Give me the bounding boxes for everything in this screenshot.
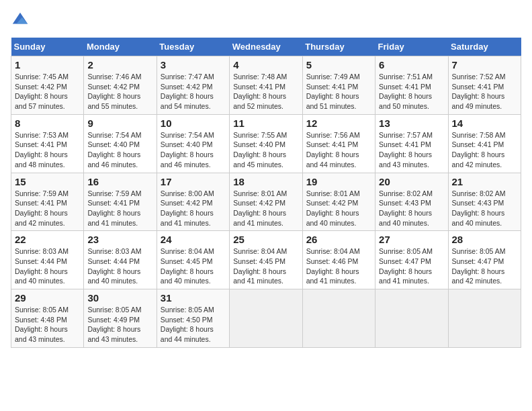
day-info: Sunrise: 8:05 AMSunset: 4:50 PMDaylight:… [161,305,226,345]
day-info: Sunrise: 7:59 AMSunset: 4:41 PMDaylight:… [15,189,80,228]
calendar-cell: 13Sunrise: 7:57 AMSunset: 4:41 PMDayligh… [375,114,448,173]
day-number: 1 [15,59,80,71]
calendar-cell [375,289,448,348]
day-info: Sunrise: 7:55 AMSunset: 4:40 PMDaylight:… [233,130,298,170]
day-info: Sunrise: 8:01 AMSunset: 4:42 PMDaylight:… [233,189,298,228]
calendar-cell: 2Sunrise: 7:46 AMSunset: 4:42 PMDaylight… [84,56,157,115]
day-info: Sunrise: 7:57 AMSunset: 4:41 PMDaylight:… [379,130,444,170]
calendar-cell: 18Sunrise: 8:01 AMSunset: 4:42 PMDayligh… [230,173,302,231]
calendar-week-row: 1Sunrise: 7:45 AMSunset: 4:42 PMDaylight… [11,56,521,115]
day-number: 23 [87,234,152,245]
calendar-week-row: 29Sunrise: 8:05 AMSunset: 4:48 PMDayligh… [11,289,521,348]
calendar-cell [230,289,302,348]
calendar-cell: 16Sunrise: 7:59 AMSunset: 4:41 PMDayligh… [84,173,157,231]
day-number: 21 [452,176,517,187]
day-number: 29 [15,292,80,304]
calendar-cell: 24Sunrise: 8:04 AMSunset: 4:45 PMDayligh… [157,231,229,289]
day-number: 27 [379,234,444,245]
calendar-week-row: 22Sunrise: 8:03 AMSunset: 4:44 PMDayligh… [11,231,521,289]
day-number: 12 [306,118,371,129]
calendar-cell: 19Sunrise: 8:01 AMSunset: 4:42 PMDayligh… [302,173,375,231]
day-number: 26 [306,234,371,245]
day-number: 9 [87,118,152,129]
day-number: 4 [233,59,298,71]
day-info: Sunrise: 8:03 AMSunset: 4:44 PMDaylight:… [15,246,80,286]
calendar-cell: 23Sunrise: 8:03 AMSunset: 4:44 PMDayligh… [84,231,157,289]
calendar-cell: 4Sunrise: 7:48 AMSunset: 4:41 PMDaylight… [230,56,302,115]
day-number: 3 [161,59,226,71]
calendar-table: SundayMondayTuesdayWednesdayThursdayFrid… [11,38,521,348]
calendar-cell: 28Sunrise: 8:05 AMSunset: 4:47 PMDayligh… [448,231,521,289]
day-info: Sunrise: 8:05 AMSunset: 4:47 PMDaylight:… [452,246,517,286]
calendar-cell: 17Sunrise: 8:00 AMSunset: 4:42 PMDayligh… [157,173,229,231]
day-number: 24 [161,234,226,245]
calendar-cell: 6Sunrise: 7:51 AMSunset: 4:41 PMDaylight… [375,56,448,115]
day-info: Sunrise: 8:05 AMSunset: 4:48 PMDaylight:… [15,305,80,345]
weekday-header-monday: Monday [84,38,157,56]
calendar-week-row: 15Sunrise: 7:59 AMSunset: 4:41 PMDayligh… [11,173,521,231]
calendar-cell: 26Sunrise: 8:04 AMSunset: 4:46 PMDayligh… [302,231,375,289]
day-info: Sunrise: 7:48 AMSunset: 4:41 PMDaylight:… [233,72,298,111]
calendar-cell: 10Sunrise: 7:54 AMSunset: 4:40 PMDayligh… [157,114,229,173]
day-info: Sunrise: 7:54 AMSunset: 4:40 PMDaylight:… [87,130,152,170]
calendar-cell: 9Sunrise: 7:54 AMSunset: 4:40 PMDaylight… [84,114,157,173]
weekday-header-saturday: Saturday [448,38,521,56]
day-info: Sunrise: 7:49 AMSunset: 4:41 PMDaylight:… [306,72,371,111]
day-info: Sunrise: 8:00 AMSunset: 4:42 PMDaylight:… [161,189,226,228]
day-info: Sunrise: 7:47 AMSunset: 4:42 PMDaylight:… [161,72,226,111]
day-info: Sunrise: 7:52 AMSunset: 4:41 PMDaylight:… [452,72,517,111]
day-number: 15 [15,176,80,187]
day-number: 6 [379,59,444,71]
weekday-header-tuesday: Tuesday [157,38,229,56]
calendar-cell [448,289,521,348]
weekday-header-row: SundayMondayTuesdayWednesdayThursdayFrid… [11,38,521,56]
calendar-cell: 29Sunrise: 8:05 AMSunset: 4:48 PMDayligh… [11,289,84,348]
day-number: 8 [15,118,80,129]
logo-icon [11,11,30,30]
day-number: 14 [452,118,517,129]
calendar-cell: 8Sunrise: 7:53 AMSunset: 4:41 PMDaylight… [11,114,84,173]
day-number: 25 [233,234,298,245]
day-info: Sunrise: 7:58 AMSunset: 4:41 PMDaylight:… [452,130,517,170]
calendar-cell: 20Sunrise: 8:02 AMSunset: 4:43 PMDayligh… [375,173,448,231]
day-info: Sunrise: 7:46 AMSunset: 4:42 PMDaylight:… [87,72,152,111]
day-number: 19 [306,176,371,187]
calendar-cell: 22Sunrise: 8:03 AMSunset: 4:44 PMDayligh… [11,231,84,289]
day-info: Sunrise: 7:59 AMSunset: 4:41 PMDaylight:… [87,189,152,228]
day-number: 31 [161,292,226,304]
weekday-header-sunday: Sunday [11,38,84,56]
calendar-cell: 7Sunrise: 7:52 AMSunset: 4:41 PMDaylight… [448,56,521,115]
day-number: 20 [379,176,444,187]
day-info: Sunrise: 7:54 AMSunset: 4:40 PMDaylight:… [161,130,226,170]
calendar-cell: 27Sunrise: 8:05 AMSunset: 4:47 PMDayligh… [375,231,448,289]
day-info: Sunrise: 7:51 AMSunset: 4:41 PMDaylight:… [379,72,444,111]
day-number: 7 [452,59,517,71]
calendar-cell [302,289,375,348]
page-header [11,11,521,30]
calendar-cell: 14Sunrise: 7:58 AMSunset: 4:41 PMDayligh… [448,114,521,173]
calendar-cell: 15Sunrise: 7:59 AMSunset: 4:41 PMDayligh… [11,173,84,231]
logo [11,11,32,30]
day-number: 16 [87,176,152,187]
day-info: Sunrise: 8:02 AMSunset: 4:43 PMDaylight:… [379,189,444,228]
calendar-cell: 5Sunrise: 7:49 AMSunset: 4:41 PMDaylight… [302,56,375,115]
day-number: 28 [452,234,517,245]
calendar-cell: 3Sunrise: 7:47 AMSunset: 4:42 PMDaylight… [157,56,229,115]
day-info: Sunrise: 8:05 AMSunset: 4:49 PMDaylight:… [87,305,152,345]
day-info: Sunrise: 7:56 AMSunset: 4:41 PMDaylight:… [306,130,371,170]
calendar-week-row: 8Sunrise: 7:53 AMSunset: 4:41 PMDaylight… [11,114,521,173]
day-info: Sunrise: 8:01 AMSunset: 4:42 PMDaylight:… [306,189,371,228]
calendar-cell: 1Sunrise: 7:45 AMSunset: 4:42 PMDaylight… [11,56,84,115]
day-number: 2 [87,59,152,71]
calendar-cell: 25Sunrise: 8:04 AMSunset: 4:45 PMDayligh… [230,231,302,289]
weekday-header-wednesday: Wednesday [230,38,302,56]
day-info: Sunrise: 8:04 AMSunset: 4:46 PMDaylight:… [306,246,371,286]
day-number: 17 [161,176,226,187]
calendar-cell: 31Sunrise: 8:05 AMSunset: 4:50 PMDayligh… [157,289,229,348]
day-info: Sunrise: 8:05 AMSunset: 4:47 PMDaylight:… [379,246,444,286]
calendar-cell: 30Sunrise: 8:05 AMSunset: 4:49 PMDayligh… [84,289,157,348]
day-info: Sunrise: 8:03 AMSunset: 4:44 PMDaylight:… [87,246,152,286]
day-number: 13 [379,118,444,129]
day-number: 11 [233,118,298,129]
weekday-header-friday: Friday [375,38,448,56]
